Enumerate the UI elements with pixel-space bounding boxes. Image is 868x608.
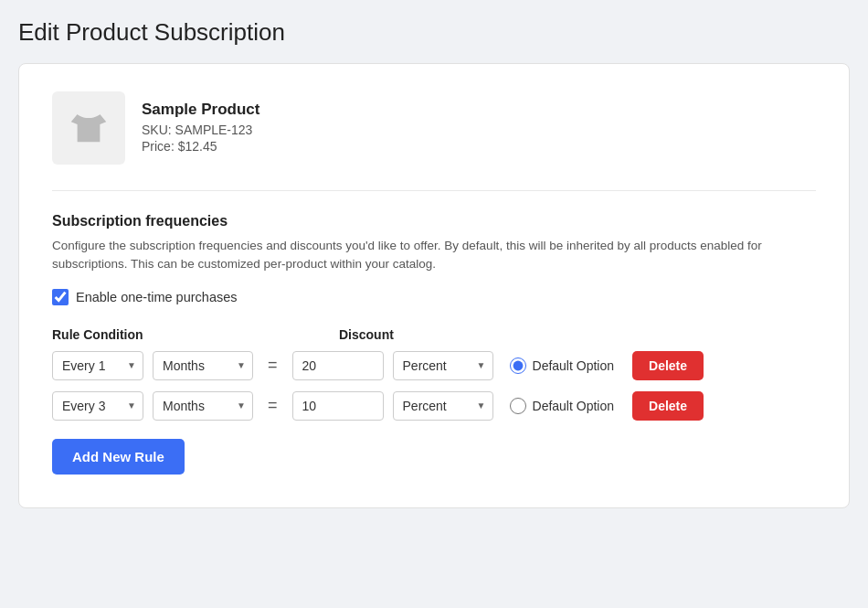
subscription-section-title: Subscription frequencies	[52, 213, 816, 229]
discount-type-wrapper-2: Percent Fixed ▼	[393, 391, 493, 421]
equals-sign-1: =	[262, 356, 283, 375]
rule-row: Every 1 Every 2 Every 3 Every 6 Every 12…	[52, 391, 816, 421]
default-option-label-2: Default Option	[533, 399, 615, 413]
default-option-label-1: Default Option	[533, 358, 615, 373]
default-radio-2[interactable]	[510, 398, 526, 414]
rule-headers: Rule Condition Discount	[52, 327, 816, 342]
delete-button-1[interactable]: Delete	[632, 351, 704, 380]
discount-input-1[interactable]	[292, 351, 384, 380]
period-select-wrapper-2: Days Weeks Months Years ▼	[153, 391, 253, 421]
every-select-wrapper-1: Every 1 Every 2 Every 3 Every 6 Every 12…	[52, 351, 143, 380]
discount-type-select-2[interactable]: Percent Fixed	[393, 391, 493, 421]
product-name: Sample Product	[142, 101, 259, 119]
default-option-wrapper-2: Default Option	[510, 398, 615, 414]
default-option-wrapper-1: Default Option	[510, 357, 615, 374]
discount-input-2[interactable]	[292, 391, 384, 421]
equals-sign-2: =	[262, 396, 283, 415]
add-new-rule-button[interactable]: Add New Rule	[52, 439, 185, 475]
enable-one-time-row: Enable one-time purchases	[52, 289, 816, 305]
every-select-2[interactable]: Every 1 Every 2 Every 3 Every 6 Every 12	[52, 391, 143, 421]
subscription-section-desc: Configure the subscription frequencies a…	[52, 237, 816, 274]
product-price: Price: $12.45	[142, 139, 259, 154]
page-title: Edit Product Subscription	[18, 18, 850, 47]
enable-one-time-checkbox[interactable]	[52, 289, 69, 305]
product-thumbnail	[52, 91, 125, 165]
every-select-1[interactable]: Every 1 Every 2 Every 3 Every 6 Every 12	[52, 351, 143, 380]
product-row: Sample Product SKU: SAMPLE-123 Price: $1…	[52, 91, 816, 165]
card-container: Sample Product SKU: SAMPLE-123 Price: $1…	[18, 63, 850, 508]
product-info: Sample Product SKU: SAMPLE-123 Price: $1…	[142, 101, 259, 155]
discount-type-select-1[interactable]: Percent Fixed	[393, 351, 493, 380]
every-select-wrapper-2: Every 1 Every 2 Every 3 Every 6 Every 12…	[52, 391, 143, 421]
header-discount: Discount	[339, 327, 394, 342]
product-sku: SKU: SAMPLE-123	[142, 123, 259, 137]
rule-row: Every 1 Every 2 Every 3 Every 6 Every 12…	[52, 351, 816, 380]
enable-one-time-label: Enable one-time purchases	[76, 290, 238, 304]
divider	[52, 190, 816, 191]
period-select-2[interactable]: Days Weeks Months Years	[153, 391, 253, 421]
delete-button-2[interactable]: Delete	[632, 391, 704, 421]
period-select-1[interactable]: Days Weeks Months Years	[153, 351, 253, 380]
default-radio-1[interactable]	[510, 357, 526, 374]
tshirt-icon	[69, 108, 109, 148]
header-condition: Rule Condition	[52, 327, 317, 342]
period-select-wrapper-1: Days Weeks Months Years ▼	[153, 351, 253, 380]
discount-type-wrapper-1: Percent Fixed ▼	[393, 351, 493, 380]
